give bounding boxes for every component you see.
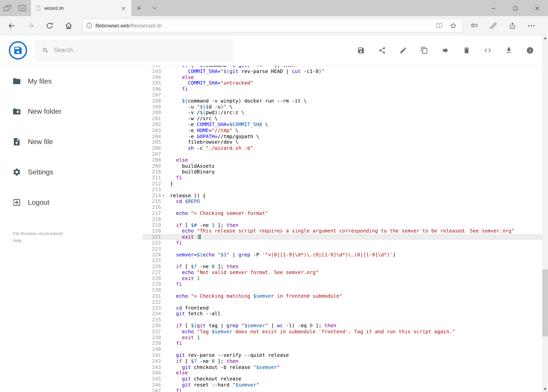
code-line[interactable]: 233 cd frontend bbox=[143, 305, 548, 311]
info-icon[interactable] bbox=[526, 47, 534, 54]
close-icon[interactable] bbox=[526, 0, 548, 16]
hub-icon[interactable] bbox=[465, 16, 484, 35]
code-line[interactable]: 230 bbox=[143, 287, 548, 293]
code-line[interactable]: 231 echo "> Checking matching $semver in… bbox=[143, 293, 548, 299]
code-line[interactable]: 196 fi bbox=[143, 86, 548, 92]
code-line[interactable]: 223 bbox=[143, 246, 548, 252]
fold-arrow-icon[interactable]: ▾ bbox=[161, 193, 166, 198]
code-line[interactable]: 239 fi bbox=[143, 341, 548, 346]
sidebar-item-new-file[interactable]: New file bbox=[0, 126, 143, 157]
code-line[interactable]: 201 -w //src \ bbox=[143, 116, 548, 121]
code-line[interactable]: 225 bbox=[143, 258, 548, 263]
code-line[interactable]: 219 if [ $# -ne 1 ]; then bbox=[143, 222, 548, 228]
scroll-up-icon[interactable] bbox=[542, 35, 548, 41]
new-tab-icon[interactable] bbox=[131, 0, 147, 16]
code-line[interactable]: 229 fi bbox=[143, 281, 548, 287]
code-line[interactable]: 202 -e COMMIT_SHA=$COMMIT_SHA \ bbox=[143, 121, 548, 127]
code-line[interactable]: 241 git rev-parse --verify --quiet relea… bbox=[143, 352, 548, 358]
code-line[interactable]: 199 -u "$(id -u)" \ bbox=[143, 104, 548, 110]
move-icon[interactable] bbox=[442, 47, 449, 54]
code-line[interactable]: 215 cd $REPO bbox=[143, 198, 548, 204]
code-line[interactable]: 226 if [ $? -ne 0 ]; then bbox=[143, 264, 548, 269]
delete-icon[interactable] bbox=[463, 47, 471, 54]
code-line[interactable]: 204 -e GOPATH=//tmp/gopath \ bbox=[143, 133, 548, 139]
code-line[interactable]: 193 COMMIT_SHA="$(git rev-parse HEAD | c… bbox=[143, 68, 548, 74]
tab-close-icon[interactable] bbox=[119, 4, 128, 13]
code-line[interactable]: 198 $(command -v winpty) docker run --rm… bbox=[143, 98, 548, 104]
sidebar-item-my-files[interactable]: My files bbox=[0, 66, 143, 96]
code-view-icon[interactable] bbox=[484, 47, 492, 54]
save-icon[interactable] bbox=[357, 47, 365, 54]
site-info-icon[interactable] bbox=[86, 22, 92, 28]
code-line[interactable]: 206 sh -c "./wizard.sh -b" bbox=[143, 145, 548, 151]
copy-icon[interactable] bbox=[420, 47, 428, 54]
code-line[interactable]: 240 bbox=[143, 346, 548, 352]
code-line[interactable]: 242 if [ $? -ne 0 ]; then bbox=[143, 358, 548, 364]
code-line[interactable]: 192 if [ "$(command -v git)" != "" ]; th… bbox=[143, 66, 548, 68]
code-line[interactable]: 221 exit 1 bbox=[143, 234, 548, 240]
edit-icon[interactable] bbox=[399, 47, 407, 54]
download-icon[interactable] bbox=[505, 47, 513, 54]
scroll-down-icon[interactable] bbox=[542, 386, 548, 392]
code-line[interactable]: 243 git checkout -b release "$semver" bbox=[143, 364, 548, 370]
code-line[interactable]: 203 -e HOME="//tmp" \ bbox=[143, 127, 548, 133]
tabs-aside-icon[interactable] bbox=[0, 0, 15, 16]
code-line[interactable]: 218 bbox=[143, 216, 548, 222]
code-line[interactable]: 210 buildBinary bbox=[143, 169, 548, 175]
code-line[interactable]: 207 bbox=[143, 151, 548, 157]
back-icon[interactable] bbox=[2, 16, 21, 35]
code-line[interactable]: 237 echo "Tag $semver does not exist in … bbox=[143, 329, 548, 335]
ink-icon[interactable] bbox=[484, 16, 503, 35]
code-line[interactable]: 217 echo "> Checking semver format" bbox=[143, 210, 548, 216]
code-line[interactable]: 214▾release () { bbox=[143, 193, 548, 198]
code-line[interactable]: 197 bbox=[143, 92, 548, 98]
maximize-icon[interactable] bbox=[504, 0, 526, 16]
code-line[interactable]: 232 bbox=[143, 299, 548, 305]
reading-view-icon[interactable] bbox=[432, 19, 446, 32]
code-editor[interactable]: 192 if [ "$(command -v git)" != "" ]; th… bbox=[143, 66, 548, 392]
code-line[interactable]: 216 bbox=[143, 204, 548, 210]
code-line[interactable]: 227 echo "Not valid semver format. See s… bbox=[143, 269, 548, 275]
code-line[interactable]: 236 if [ $(git tag | grep "$semver" | wc… bbox=[143, 323, 548, 329]
code-line[interactable]: 234 git fetch --all bbox=[143, 311, 548, 317]
code-line[interactable]: 245 git checkout release bbox=[143, 376, 548, 382]
browser-tab[interactable]: wizard.sh bbox=[31, 0, 131, 16]
code-line[interactable]: 200 -v /$(pwd):/src:z \ bbox=[143, 110, 548, 115]
url-text[interactable]: filebrowser.web/files/wizard.sh bbox=[96, 23, 432, 28]
share-file-icon[interactable] bbox=[378, 47, 386, 54]
home-icon[interactable] bbox=[59, 16, 78, 35]
search-box[interactable] bbox=[36, 40, 233, 61]
code-line[interactable]: 238 exit 1 bbox=[143, 335, 548, 340]
code-line[interactable]: 224 semver=$(echo "$1" | grep -P '^v(0|[… bbox=[143, 252, 548, 258]
code-line[interactable]: 244 else bbox=[143, 370, 548, 376]
code-line[interactable]: 247 fi bbox=[143, 388, 548, 392]
code-line[interactable]: 246 git reset --hard "$semver" bbox=[143, 382, 548, 388]
sidebar-item-new-folder[interactable]: New folder bbox=[0, 96, 143, 126]
code-line[interactable]: 208 else bbox=[143, 157, 548, 163]
favorite-star-icon[interactable] bbox=[446, 19, 460, 32]
help-link[interactable]: Help bbox=[13, 237, 143, 244]
code-line[interactable]: 222 fi bbox=[143, 240, 548, 246]
scrollbar-thumb[interactable] bbox=[542, 269, 548, 336]
tab-preview-icon[interactable] bbox=[15, 0, 30, 16]
code-line[interactable]: 220 echo "This release script requires a… bbox=[143, 228, 548, 234]
code-line[interactable]: 235 bbox=[143, 317, 548, 323]
share-icon[interactable] bbox=[503, 16, 522, 35]
code-line[interactable]: 194 else bbox=[143, 74, 548, 80]
code-line[interactable]: 212} bbox=[143, 181, 548, 187]
code-line[interactable]: 195 COMMIT_SHA="untracked" bbox=[143, 80, 548, 86]
sidebar-item-logout[interactable]: Logout bbox=[0, 187, 143, 217]
filebrowser-logo[interactable] bbox=[9, 41, 27, 60]
address-bar[interactable]: filebrowser.web/files/wizard.sh bbox=[82, 19, 463, 32]
more-icon[interactable] bbox=[522, 16, 541, 35]
code-line[interactable]: 211 fi bbox=[143, 175, 548, 181]
code-line[interactable]: 205 filebrowser/dev \ bbox=[143, 139, 548, 145]
code-line[interactable]: 228 exit 1 bbox=[143, 275, 548, 281]
forward-icon[interactable] bbox=[21, 16, 40, 35]
refresh-icon[interactable] bbox=[40, 16, 59, 35]
code-line[interactable]: 209 buildAssets bbox=[143, 163, 548, 169]
minimize-icon[interactable] bbox=[482, 0, 504, 16]
search-input[interactable] bbox=[54, 47, 226, 54]
page-scrollbar[interactable] bbox=[542, 35, 548, 392]
tab-chevron-icon[interactable] bbox=[147, 0, 162, 16]
